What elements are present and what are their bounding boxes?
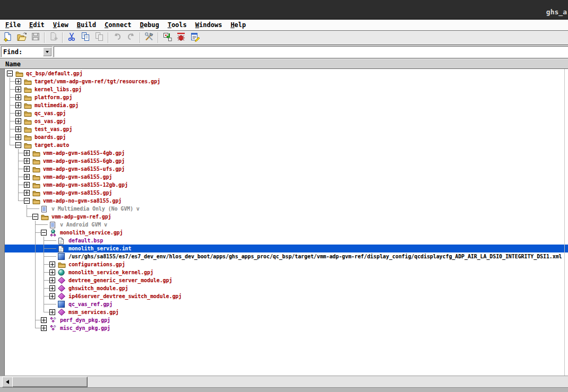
tree-row[interactable]: vmm-adp-gvm-sa6155-ufs.gpj [5,165,568,173]
tree-row[interactable]: vmm-adp-gvm-sa6155-6gb.gpj [5,157,568,165]
tree-row[interactable]: test_vas.gpj [5,125,568,133]
tree-row[interactable]: target/vmm-adp-gvm-ref/tgt/resources.gpj [5,77,568,85]
tree-guide [41,276,49,284]
tree-guide [24,260,32,268]
expand-toggle[interactable] [24,174,30,180]
menu-tools[interactable]: Tools [163,21,191,29]
expand-toggle[interactable] [41,317,47,323]
menu-view[interactable]: View [49,21,73,29]
menu-connect[interactable]: Connect [100,21,136,29]
tree-row[interactable]: qc_vas.gpj [5,109,568,117]
tree-row[interactable]: /usr/ghs/sa8155/es7/es7_dev_env/hlos_dev… [5,252,568,260]
expand-toggle[interactable] [15,110,21,116]
undo-button [110,31,124,44]
menu-debug[interactable]: Debug [136,21,163,29]
expand-toggle[interactable] [24,150,30,156]
expand-toggle[interactable] [24,166,30,172]
cut-button[interactable] [65,31,79,44]
tree-row[interactable]: v Multimedia Only (No GVM) v [5,205,568,213]
tree-guide [24,316,32,324]
expand-toggle[interactable] [49,277,55,283]
tree-row[interactable]: monolith_service_kernel.gpj [5,268,568,276]
tree-row[interactable]: vmm-adp-gvm-sa8155-12gb.gpj [5,181,568,189]
tree-row[interactable]: perf_dyn_pkg.gpj [5,316,568,324]
debug-button[interactable] [174,31,188,44]
folder-icon [15,69,24,77]
chevron-down-icon [46,51,49,53]
expand-toggle[interactable] [15,134,21,140]
tree-row[interactable]: multimedia.gpj [5,101,568,109]
tree-row[interactable]: vmm-adp-gvm-ref.gpj [5,213,568,221]
tree-row[interactable]: os_vas.gpj [5,117,568,125]
tree-row[interactable]: configurations.gpj [5,260,568,268]
find-input[interactable] [54,46,568,57]
build-target-button[interactable] [160,31,174,44]
menu-edit[interactable]: Edit [25,21,49,29]
tree-row[interactable]: v Android GVM v [5,221,568,229]
scrollbar-trough[interactable] [88,377,568,387]
expand-toggle[interactable] [15,86,21,92]
expand-toggle[interactable] [15,102,21,108]
menu-help[interactable]: Help [226,21,250,29]
expand-toggle[interactable] [32,214,38,220]
expand-toggle[interactable] [7,71,13,76]
redo-icon [126,31,136,44]
folder-icon [24,125,32,133]
add-file-button [47,31,61,44]
expand-toggle[interactable] [24,158,30,164]
expand-toggle[interactable] [15,79,21,84]
new-file-button[interactable] [1,31,15,44]
build-options-button[interactable] [142,31,156,44]
tree-row[interactable]: msm_services.gpj [5,308,568,316]
tree-row[interactable]: default.bsp [5,237,568,245]
tree-row[interactable]: qc_vas_ref.gpj [5,300,568,308]
expand-toggle[interactable] [15,126,21,132]
menu-windows[interactable]: Windows [191,21,227,29]
horizontal-scrollbar[interactable] [0,376,568,387]
tree-guide [15,189,24,197]
expand-toggle[interactable] [41,325,47,331]
tree-row[interactable]: vmm-adp-gvm-sa6155.gpj [5,173,568,181]
tree-row[interactable]: devtree_generic_server_module.gpj [5,276,568,284]
expand-toggle[interactable] [49,285,55,291]
tree-row-label: v Android GVM v [58,222,107,228]
expand-toggle[interactable] [49,262,55,267]
expand-cell [24,197,32,205]
expand-toggle[interactable] [24,198,30,204]
tree-row[interactable]: kernel_libs.gpj [5,85,568,93]
tree-row[interactable]: vmm-adp-no-gvm-sa8155.gpj [5,197,568,205]
edit-notes-button[interactable] [188,31,202,44]
expand-toggle[interactable] [15,94,21,100]
expand-toggle[interactable] [49,269,55,275]
tree-row[interactable]: qc_bsp/default.gpj [5,69,568,77]
menu-file[interactable]: File [1,21,25,29]
tree-row[interactable]: target.auto [5,141,568,149]
tree-row[interactable]: platform.gpj [5,93,568,101]
menu-build[interactable]: Build [73,21,100,29]
tree-row[interactable]: monolith_service.gpj [5,229,568,237]
tree-row[interactable]: boards.gpj [5,133,568,141]
expand-toggle[interactable] [15,118,21,124]
tree-row[interactable]: misc_dyn_pkg.gpj [5,324,568,332]
tree-row[interactable]: vmm-adp-gvm-sa6155-4gb.gpj [5,149,568,157]
tree-guide [15,284,24,292]
copy-button[interactable] [79,31,92,44]
diamond-icon [58,276,66,284]
tree-row[interactable]: ghswitch_module.gpj [5,284,568,292]
expand-toggle[interactable] [24,190,30,196]
find-combo[interactable]: Find: [1,46,53,57]
find-dropdown-button[interactable] [43,47,51,56]
expand-toggle[interactable] [24,182,30,188]
scrollbar-thumb[interactable] [12,377,88,387]
expand-toggle[interactable] [15,142,21,148]
expand-cell [15,85,24,93]
diamond-icon [58,292,66,300]
tree-row[interactable]: ip46server_devtree_switch_module.gpj [5,292,568,300]
scroll-left-button[interactable] [2,377,13,387]
expand-toggle[interactable] [49,309,55,315]
open-project-button[interactable] [15,31,29,44]
tree-row[interactable]: monolith_service.int [5,245,568,252]
expand-toggle[interactable] [41,230,47,236]
expand-toggle[interactable] [49,293,55,299]
tree-row[interactable]: vmm-adp-gvm-sa8155.gpj [5,189,568,197]
